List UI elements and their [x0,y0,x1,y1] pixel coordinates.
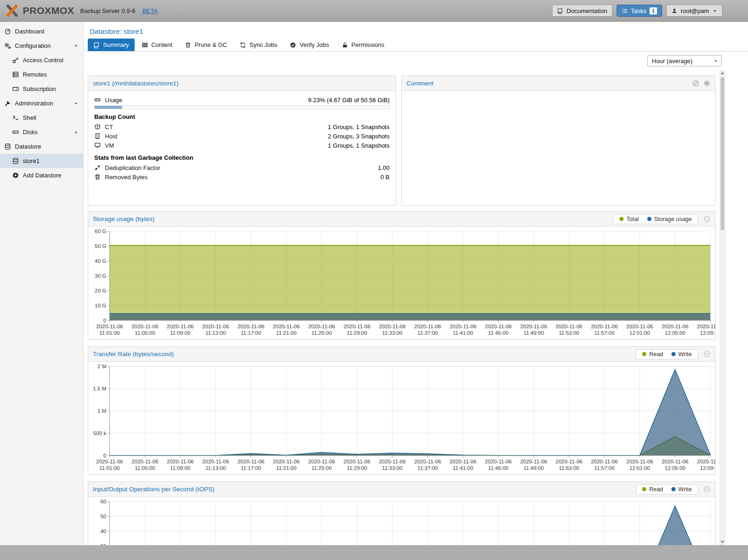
user-menu-button[interactable]: root@pam [666,5,722,17]
vm-value: 1 Groups, 1 Snapshots [328,142,390,149]
svg-text:11:05:00: 11:05:00 [135,330,155,336]
chart-toolbar: Hour (average) [84,52,748,70]
sidebar-item-subscription[interactable]: Subscription [0,82,83,96]
svg-text:11:37:00: 11:37:00 [417,465,438,471]
tab-summary[interactable]: Summary [88,39,135,51]
sidebar-label: Access Control [23,57,63,64]
tasks-list-icon [622,8,628,14]
tab-content[interactable]: Content [136,39,178,51]
collapse-icon[interactable] [703,486,710,493]
iops-chart-panel: Input/Output Operations per Second (IOPS… [88,482,715,545]
tasks-label: Tasks [631,7,646,14]
svg-text:50: 50 [100,514,106,519]
svg-text:11:13:00: 11:13:00 [205,330,226,336]
iops-chart: 01020304050602020-11-0611:01:002020-11-0… [88,497,715,545]
vm-label: VM [105,142,114,149]
tab-prune-gc[interactable]: Prune & GC [179,39,233,51]
beta-link[interactable]: BETA [142,7,157,14]
tab-sync-jobs[interactable]: Sync Jobs [234,39,283,51]
sidebar-label: Subscription [23,85,56,92]
sidebar-label: Administration [15,100,53,107]
chevron-down-icon [712,8,717,13]
sidebar-item-shell[interactable]: Shell [0,111,83,125]
ct-value: 1 Groups, 1 Snapshots [328,124,390,130]
legend-label: Read [649,351,663,358]
sidebar-label: Disks [23,129,38,136]
sidebar-item-dashboard[interactable]: Dashboard [0,24,83,39]
key-icon [12,57,19,64]
legend-dot [619,217,624,221]
trash-icon [94,174,101,180]
sync-icon [240,42,246,48]
svg-text:2020-11-06: 2020-11-06 [697,459,715,464]
summary-content: store1 (/mnt/datastores/store1) Usage 9.… [88,76,715,545]
tab-label: Content [151,41,173,48]
backup-count-row-host: Host 2 Groups, 3 Snapshots [94,131,390,141]
usage-label: Usage [105,97,123,104]
gc-stats-heading: Stats from last Garbage Collection [94,154,390,161]
scroll-up-button[interactable] [720,71,725,76]
collapse-icon[interactable] [703,351,710,358]
proxmox-logo-icon [6,4,19,17]
svg-text:12:09:00: 12:09:00 [700,465,715,471]
documentation-button[interactable]: Documentation [552,5,612,17]
panel-header: Storage usage (bytes) TotalStorage usage [88,212,715,227]
scroll-thumb[interactable] [721,77,724,230]
panel-tools: ReadWrite [636,349,710,359]
svg-text:40 G: 40 G [95,258,106,264]
vertical-scrollbar[interactable] [720,70,725,545]
edit-circle-icon[interactable] [692,80,699,87]
svg-text:2020-11-06: 2020-11-06 [237,459,264,464]
backup-count-heading: Backup Count [94,113,390,120]
svg-text:2020-11-06: 2020-11-06 [556,324,583,329]
collapse-icon[interactable] [703,215,710,222]
svg-text:11:49:00: 11:49:00 [523,465,544,471]
svg-text:40: 40 [100,528,106,534]
svg-text:50 G: 50 G [95,243,106,249]
svg-text:0: 0 [104,453,106,458]
svg-text:11:09:00: 11:09:00 [170,465,190,471]
svg-text:2020-11-06: 2020-11-06 [344,459,371,464]
legend-item-write[interactable]: Write [671,486,692,493]
terminal-icon [12,114,19,121]
svg-text:11:17:00: 11:17:00 [241,330,261,336]
sidebar-item-access-control[interactable]: Access Control [0,53,83,67]
svg-text:11:41:00: 11:41:00 [453,465,473,471]
svg-text:11:53:00: 11:53:00 [559,465,579,471]
top-bar: PROXMOX Backup Server 0.9-6 BETA Documen… [0,0,748,22]
sidebar-item-add-datastore[interactable]: Add Datastore [0,168,83,182]
legend-item-read[interactable]: Read [642,351,663,358]
svg-text:2020-11-06: 2020-11-06 [237,324,264,329]
sidebar-item-administration[interactable]: Administration [0,96,83,111]
svg-text:1 M: 1 M [98,408,106,414]
chart-canvas: 01020304050602020-11-0611:01:002020-11-0… [88,498,715,545]
legend-item-total[interactable]: Total [619,216,638,222]
sidebar-item-configuration[interactable]: Configuration [0,39,83,53]
tab-permissions[interactable]: Permissions [336,39,390,51]
gear-icon[interactable] [703,80,710,87]
svg-text:11:53:00: 11:53:00 [559,330,579,336]
removed-bytes-value: 0 B [380,174,390,181]
legend-item-write[interactable]: Write [671,351,692,358]
chevron-down-icon [713,59,718,64]
tab-verify-jobs[interactable]: Verify Jobs [284,39,335,51]
scroll-down-button[interactable] [720,539,725,545]
legend-item-storage-usage[interactable]: Storage usage [647,216,692,222]
timeframe-select[interactable]: Hour (average) [647,55,722,66]
sidebar-item-disks[interactable]: Disks [0,125,83,139]
tab-label: Summary [103,41,129,48]
building-icon [94,133,101,139]
legend-label: Write [678,486,692,493]
ct-label: CT [105,124,113,130]
usage-progress-bar [94,105,390,109]
svg-text:2020-11-06: 2020-11-06 [449,324,476,329]
sidebar-item-store1[interactable]: store1 [0,154,83,168]
sidebar-item-datastore[interactable]: Datastore [0,139,83,154]
tab-label: Sync Jobs [249,41,277,48]
tasks-button[interactable]: Tasks 1 [617,5,662,17]
sidebar-item-remotes[interactable]: Remotes [0,67,83,82]
svg-text:11:37:00: 11:37:00 [417,330,438,336]
svg-text:500 k: 500 k [93,430,106,436]
svg-text:2020-11-06: 2020-11-06 [379,324,406,329]
legend-item-read[interactable]: Read [642,486,663,493]
